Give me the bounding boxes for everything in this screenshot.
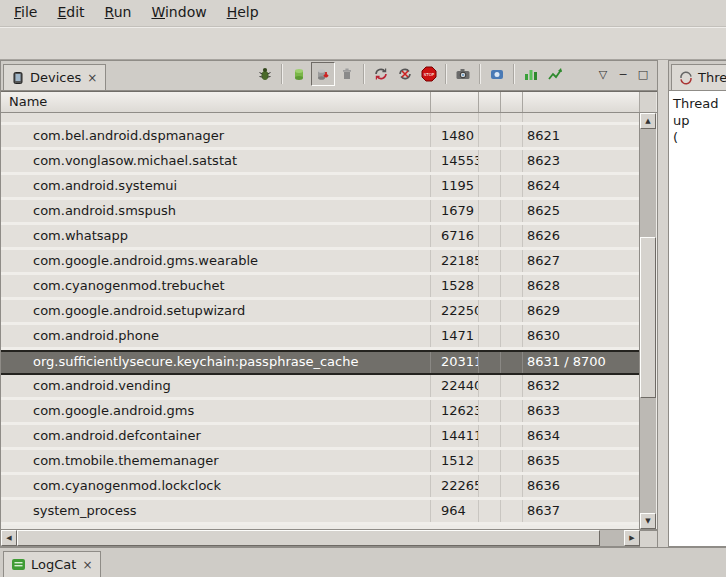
column-header-s1[interactable] [479, 92, 501, 112]
stop-process-button[interactable]: STOP [417, 62, 441, 86]
column-header-port[interactable] [523, 92, 639, 112]
vertical-scroll-thumb[interactable] [640, 237, 656, 398]
tab-logcat[interactable]: LogCat × [3, 551, 101, 577]
green-chart-icon [547, 66, 563, 82]
menu-item[interactable]: Run [95, 0, 142, 26]
toolbar-separator [513, 64, 515, 84]
view-menu-button[interactable]: ▽ [593, 64, 613, 84]
cause-gc-button[interactable] [335, 62, 359, 86]
menu-item[interactable]: Window [141, 0, 216, 26]
menu-item[interactable]: Edit [47, 0, 94, 26]
row-pid: 1512 [431, 450, 479, 472]
close-icon[interactable]: × [81, 558, 93, 572]
toolbar-separator [363, 64, 365, 84]
table-row[interactable]: com.cyanogenmod.trebuchet 1528 8628 [1, 275, 639, 300]
table-row-partial[interactable] [1, 113, 639, 125]
toolbar-separator [445, 64, 447, 84]
table-row[interactable]: com.tmobile.thememanager 1512 8635 [1, 450, 639, 475]
header-corner [639, 92, 656, 112]
camera-icon [455, 66, 471, 82]
table-row[interactable]: com.google.android.gms 12623 8633 [1, 400, 639, 425]
table-viewport: com.bel.android.dspmanager 1480 8621 com… [1, 113, 657, 529]
row-port: 8633 [523, 400, 639, 422]
horizontal-scrollbar[interactable]: ◀ ▶ [1, 529, 657, 546]
scroll-down-button[interactable]: ▼ [640, 513, 656, 529]
threads-message-line-2: ( [673, 129, 726, 146]
vertical-scrollbar[interactable]: ▲ ▼ [639, 113, 656, 529]
menu-item[interactable]: File [4, 0, 47, 26]
table-row[interactable]: com.whatsapp 6716 8626 [1, 225, 639, 250]
close-icon[interactable]: × [86, 71, 98, 85]
row-name: com.google.android.gms [1, 400, 431, 422]
row-pid: 1195 [431, 175, 479, 197]
row-pid: 1679 [431, 200, 479, 222]
green-bars-icon [523, 66, 539, 82]
row-name: com.vonglasow.michael.satstat [1, 150, 431, 172]
trash-icon [339, 66, 355, 82]
table-body: com.bel.android.dspmanager 1480 8621 com… [1, 113, 639, 529]
update-heap-button[interactable] [287, 62, 311, 86]
tab-devices[interactable]: Devices × [3, 64, 106, 90]
panel-sash[interactable] [658, 60, 668, 547]
capture-video-button[interactable] [485, 62, 509, 86]
devices-panel: Devices × [0, 60, 658, 547]
start-method-profiling-button[interactable] [393, 62, 417, 86]
table-row[interactable]: com.google.android.setupwizard 22250 862… [1, 300, 639, 325]
row-pid: 1480 [431, 125, 479, 147]
table-row[interactable]: org.sufficientlysecure.keychain:passphra… [1, 350, 639, 375]
device-icon [11, 71, 25, 85]
scroll-up-button[interactable]: ▲ [640, 113, 656, 129]
table-row[interactable]: com.android.vending 22440 8632 [1, 375, 639, 400]
horizontal-scroll-thumb[interactable] [17, 530, 600, 546]
table-row[interactable]: system_process 964 8637 [1, 500, 639, 525]
menu-bar: FileEditRunWindowHelp [0, 0, 726, 27]
row-name: com.bel.android.dspmanager [1, 125, 431, 147]
horizontal-scroll-track[interactable] [17, 530, 624, 546]
column-header-s2[interactable] [501, 92, 523, 112]
row-name: com.google.android.setupwizard [1, 300, 431, 322]
column-header-name[interactable]: Name [1, 92, 431, 112]
row-pid: 964 [431, 500, 479, 522]
screen-capture-button[interactable] [451, 62, 475, 86]
toolbar-separator [281, 64, 283, 84]
scroll-left-button[interactable]: ◀ [1, 530, 17, 546]
vertical-scroll-track[interactable] [640, 129, 656, 513]
table-row[interactable]: com.android.smspush 1679 8625 [1, 200, 639, 225]
network-stats-button[interactable] [543, 62, 567, 86]
allocation-tracker-button[interactable] [519, 62, 543, 86]
scrollbar-corner [640, 530, 657, 547]
row-pid: 22440 [431, 375, 479, 397]
menu-item[interactable]: Help [217, 0, 269, 26]
update-threads-button[interactable] [369, 62, 393, 86]
row-port: 8627 [523, 250, 639, 272]
row-name: system_process [1, 500, 431, 522]
table-row[interactable]: com.cyanogenmod.lockclock 22265 8636 [1, 475, 639, 500]
bug-icon [257, 66, 273, 82]
table-row[interactable]: com.vonglasow.michael.satstat 14553 8623 [1, 150, 639, 175]
table-row[interactable]: com.android.defcontainer 14411 8634 [1, 425, 639, 450]
stop-icon: STOP [421, 66, 437, 82]
table-row[interactable]: com.android.phone 1471 8630 [1, 325, 639, 350]
row-name: org.sufficientlysecure.keychain:passphra… [1, 352, 431, 373]
row-port: 8625 [523, 200, 639, 222]
debug-process-button[interactable] [253, 62, 277, 86]
minimize-button[interactable]: − [613, 64, 633, 84]
tab-threads[interactable]: Threads × [671, 64, 726, 90]
row-port: 8632 [523, 375, 639, 397]
row-name: com.android.phone [1, 325, 431, 347]
row-name: com.google.android.gms.wearable [1, 250, 431, 272]
row-name: com.android.vending [1, 375, 431, 397]
row-pid: 1471 [431, 325, 479, 347]
table-row[interactable]: com.google.android.gms.wearable 22185 86… [1, 250, 639, 275]
table-row[interactable]: com.bel.android.dspmanager 1480 8621 [1, 125, 639, 150]
heap-icon [291, 66, 307, 82]
column-header-pid[interactable] [431, 92, 479, 112]
devices-toolbar: STOP [253, 60, 657, 90]
row-name: com.android.systemui [1, 175, 431, 197]
dump-hprof-button[interactable] [311, 62, 335, 86]
table-row[interactable]: com.android.systemui 1195 8624 [1, 175, 639, 200]
main-split: Devices × [0, 60, 726, 547]
scroll-right-button[interactable]: ▶ [624, 530, 640, 546]
threads-message: Thread up ( [669, 91, 726, 546]
maximize-button[interactable]: □ [633, 64, 653, 84]
